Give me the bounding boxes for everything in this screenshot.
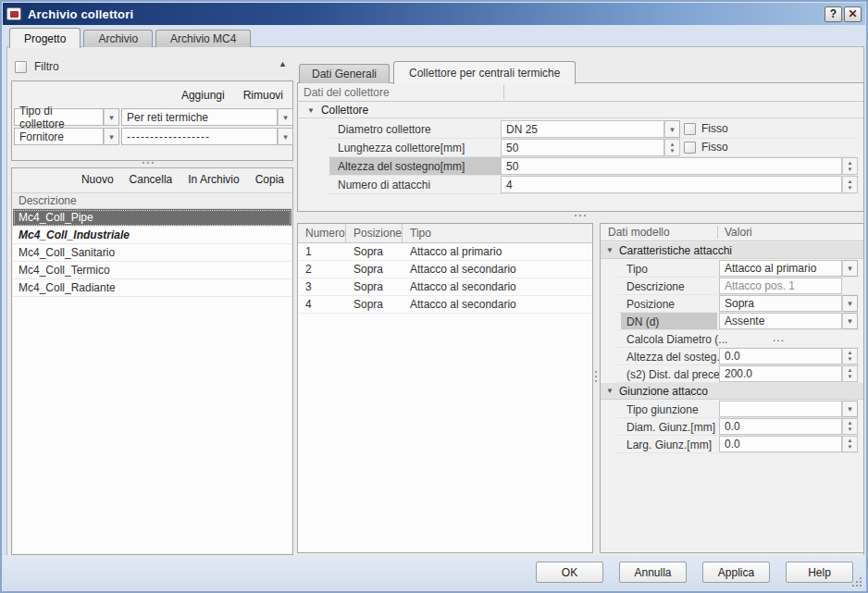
spinner[interactable]: ▲▼ [842,348,858,364]
table-row[interactable]: 3 Sopra Attacco al secondario [298,278,592,296]
column-header: Posizione [346,224,403,242]
ok-button[interactable]: OK [536,562,603,583]
dropdown-arrow-icon[interactable]: ▾ [842,401,858,417]
highlighted-label-cell: Altezza del sostegno[mm] [329,157,502,175]
s2-distanza-input[interactable]: 200.0 ▲▼ [719,365,858,382]
spinner-down-icon[interactable]: ▼ [848,185,853,191]
spinner[interactable]: ▲▼ [842,365,858,382]
dropdown-arrow-icon[interactable]: ▾ [842,260,858,277]
rimuovi-button[interactable]: Rimuovi [243,89,283,102]
numero-attacchi-input[interactable]: 4 ▲▼ [501,176,858,193]
spinner-up-icon[interactable]: ▲ [670,142,676,148]
spinner[interactable]: ▲▼ [842,157,858,175]
splitter-handle[interactable] [595,371,598,384]
dropdown-arrow-icon[interactable]: ▾ [842,295,858,312]
ellipsis-button[interactable]: ... [773,331,785,344]
dropdown-arrow-icon[interactable]: ▾ [278,128,293,145]
resize-grip[interactable] [850,575,862,587]
dn-select[interactable]: Assente ▾ [719,313,858,329]
annulla-button[interactable]: Annulla [619,562,687,583]
aggiungi-button[interactable]: Aggiungi [181,89,225,102]
help-button[interactable]: ? [825,6,842,22]
spinner-up-icon[interactable]: ▲ [848,160,853,167]
filter-row-fornitore: Fornitore ▾ ------------------ ▾ [14,128,291,145]
list-item[interactable]: Mc4_Coll_Pipe [13,209,291,227]
applica-button[interactable]: Applica [702,562,770,583]
dropdown-arrow-icon[interactable]: ▾ [842,313,858,329]
filter-value-select-tipo[interactable]: Per reti termiche ▾ [121,108,293,126]
posizione-select[interactable]: Sopra ▾ [719,295,858,312]
cancella-button[interactable]: Cancella [130,173,173,186]
dropdown-arrow-icon[interactable]: ▾ [104,108,119,126]
collector-group-row[interactable]: ▼ Collettore [298,103,863,118]
spinner-down-icon[interactable]: ▼ [848,374,853,380]
group-giunzione-attacco[interactable]: ▼ Giunzione attacco [601,383,863,400]
descrizione-input[interactable]: Attacco pos. 1 [719,278,842,294]
larg-giunz-input[interactable]: 0.0 ▲▼ [719,436,858,452]
dropdown-arrow-icon[interactable]: ▾ [664,120,680,138]
tab-progetto[interactable]: Progetto [9,28,81,48]
spinner-up-icon[interactable]: ▲ [848,438,853,444]
field-label: Numero di attacchi [338,179,430,191]
altezza-sostegno-input[interactable]: 0.0 ▲▼ [719,348,858,364]
tab-collettore-centrali-termiche[interactable]: Collettore per centrali termiche [393,61,576,84]
column-header: Valori [725,226,752,239]
spinner[interactable]: ▲▼ [842,176,858,193]
spinner-down-icon[interactable]: ▼ [848,356,853,363]
spinner[interactable]: ▲▼ [842,418,858,435]
table-row[interactable]: 2 Sopra Attacco al secondario [298,261,592,278]
spinner-down-icon[interactable]: ▼ [848,167,853,173]
list-item[interactable]: Mc4_Coll_Radiante [13,279,291,297]
fisso-checkbox[interactable] [684,142,696,154]
diametro-collettore-select[interactable]: DN 25 ▾ [501,120,680,138]
spinner-up-icon[interactable]: ▲ [848,367,853,374]
spinner-down-icon[interactable]: ▼ [848,426,853,433]
in-archivio-button[interactable]: In Archivio [188,173,239,186]
altezza-sostegno-input[interactable]: 50 ▲▼ [501,157,858,175]
spinner-up-icon[interactable]: ▲ [848,179,853,185]
diam-giunz-input[interactable]: 0.0 ▲▼ [719,418,858,435]
filtro-checkbox[interactable] [15,61,27,73]
dialog-archivio-collettori: Archivio collettori ? ✕ Progetto Archivi… [0,0,868,593]
prop-row-altezza-sostegno: Altezza del sosteg... 0.0 ▲▼ [601,348,863,365]
row-numero-attacchi: Numero di attacchi 4 ▲▼ [299,176,862,194]
tipo-giunzione-select[interactable]: ▾ [719,401,858,417]
nuovo-button[interactable]: Nuovo [81,173,114,186]
titlebar[interactable]: Archivio collettori ? ✕ [3,3,865,25]
table-row[interactable]: 1 Sopra Attacco al primario [298,243,592,261]
prop-row-s2-distanza: (s2) Dist. dal prece... 200.0 ▲▼ [601,365,863,383]
filter-value-select-fornitore[interactable]: ------------------ ▾ [121,128,293,145]
spinner[interactable]: ▲▼ [842,436,858,452]
dropdown-arrow-icon[interactable]: ▾ [278,108,293,126]
table-row[interactable]: 4 Sopra Attacco al secondario [298,296,592,314]
copia-button[interactable]: Copia [255,173,284,186]
spinner[interactable]: ▲▼ [664,139,680,156]
splitter-handle[interactable] [143,162,155,165]
property-grid-panel: Dati modello Valori ▼ Caratteristiche at… [600,223,864,553]
spinner-up-icon[interactable]: ▲ [848,420,853,426]
footer-bar: OK Annulla Applica Help [3,555,865,590]
filter-field-label: Tipo di collettore [14,108,104,126]
lunghezza-collettore-input[interactable]: 50 ▲▼ [501,139,680,156]
list-item[interactable]: Mc4_Coll_Termico [13,262,291,279]
filter-field-select-fornitore[interactable]: Fornitore ▾ [14,128,119,145]
collector-header-label: Dati del collettore [304,86,390,99]
fisso-checkbox[interactable] [684,123,696,135]
filter-field-select-tipo[interactable]: Tipo di collettore ▾ [14,108,119,126]
group-caratteristiche-attacchi[interactable]: ▼ Caratteristiche attacchi [601,242,863,259]
close-button[interactable]: ✕ [844,6,862,22]
spinner-down-icon[interactable]: ▼ [670,148,676,154]
tab-archivio-mc4[interactable]: Archivio MC4 [155,30,251,47]
help-button-footer[interactable]: Help [786,562,853,583]
collapse-arrow-icon[interactable]: ▲ [279,59,287,68]
list-item[interactable]: Mc4_Coll_Industriale [13,227,291,244]
tab-archivio[interactable]: Archivio [83,30,153,47]
tab-dati-generali[interactable]: Dati Generali [299,64,390,83]
splitter-handle[interactable] [575,215,588,217]
tipo-select[interactable]: Attacco al primario ▾ [719,260,858,277]
filter-row-tipo: Tipo di collettore ▾ Per reti termiche ▾ [14,108,291,126]
dropdown-arrow-icon[interactable]: ▾ [104,128,119,145]
spinner-up-icon[interactable]: ▲ [848,350,853,356]
list-item[interactable]: Mc4_Coll_Sanitario [13,244,291,262]
spinner-down-icon[interactable]: ▼ [848,444,853,451]
